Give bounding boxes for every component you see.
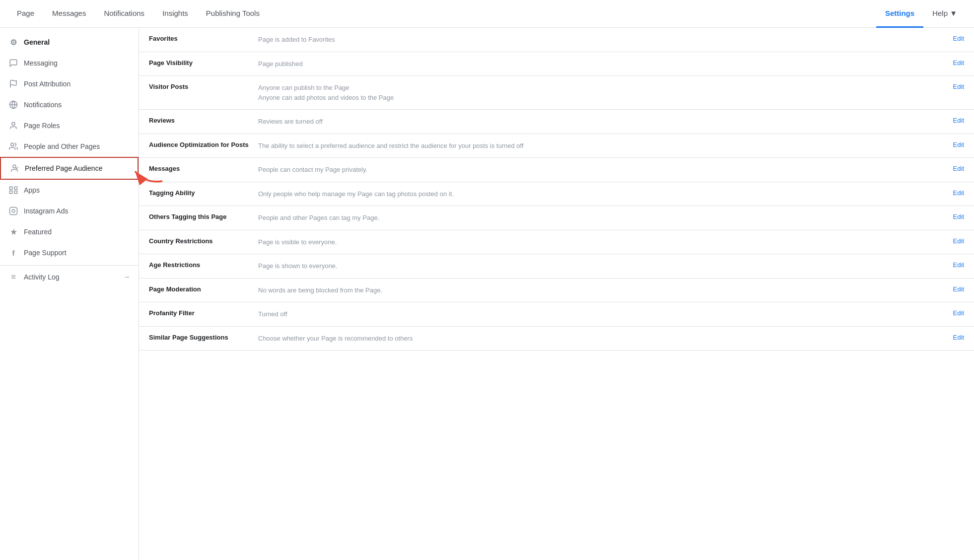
settings-row-visitor-posts: Visitor PostsAnyone can publish to the P… bbox=[139, 76, 974, 110]
settings-edit-others-tagging[interactable]: Edit bbox=[945, 213, 964, 220]
sidebar-label-instagram-ads: Instagram Ads bbox=[24, 207, 69, 215]
settings-value-messages: People can contact my Page privately. bbox=[258, 165, 945, 175]
sidebar-label-featured: Featured bbox=[24, 228, 52, 236]
sidebar-label-page-roles: Page Roles bbox=[24, 122, 60, 130]
nav-page[interactable]: Page bbox=[8, 0, 43, 28]
settings-label-favorites: Favorites bbox=[149, 35, 258, 42]
sidebar-label-page-support: Page Support bbox=[24, 249, 67, 257]
settings-value-page-visibility: Page published bbox=[258, 59, 945, 69]
gear-icon: ⚙ bbox=[8, 37, 19, 48]
settings-label-similar-page-suggestions: Similar Page Suggestions bbox=[149, 334, 258, 341]
sidebar-item-post-attribution[interactable]: Post Attribution bbox=[0, 73, 139, 94]
main-content: FavoritesPage is added to FavoritesEditP… bbox=[139, 28, 974, 560]
settings-row-audience-optimization: Audience Optimization for PostsThe abili… bbox=[139, 134, 974, 158]
settings-rows: FavoritesPage is added to FavoritesEditP… bbox=[139, 28, 974, 350]
svg-rect-8 bbox=[14, 187, 17, 189]
settings-edit-favorites[interactable]: Edit bbox=[945, 35, 964, 42]
settings-edit-profanity-filter[interactable]: Edit bbox=[945, 309, 964, 317]
sidebar-label-preferred-page-audience: Preferred Page Audience bbox=[25, 164, 102, 172]
sidebar-item-messaging[interactable]: Messaging bbox=[0, 53, 139, 73]
sidebar-label-apps: Apps bbox=[24, 186, 40, 194]
settings-label-tagging-ability: Tagging Ability bbox=[149, 189, 258, 197]
settings-value-tagging-ability: Only people who help manage my Page can … bbox=[258, 189, 945, 199]
settings-edit-audience-optimization[interactable]: Edit bbox=[945, 141, 964, 148]
sidebar-item-apps[interactable]: Apps bbox=[0, 180, 139, 201]
settings-row-favorites: FavoritesPage is added to FavoritesEdit bbox=[139, 28, 974, 52]
settings-row-profanity-filter: Profanity FilterTurned offEdit bbox=[139, 302, 974, 327]
settings-edit-page-visibility[interactable]: Edit bbox=[945, 59, 964, 67]
settings-label-messages: Messages bbox=[149, 165, 258, 172]
settings-row-tagging-ability: Tagging AbilityOnly people who help mana… bbox=[139, 182, 974, 207]
sidebar-label-activity-log: Activity Log bbox=[24, 273, 60, 281]
settings-value-favorites: Page is added to Favorites bbox=[258, 35, 945, 45]
sidebar-item-general[interactable]: ⚙ General bbox=[0, 32, 139, 53]
person-icon bbox=[8, 120, 19, 131]
settings-label-reviews: Reviews bbox=[149, 117, 258, 124]
nav-settings[interactable]: Settings bbox=[876, 0, 923, 28]
settings-row-page-visibility: Page VisibilityPage publishedEdit bbox=[139, 52, 974, 76]
settings-edit-tagging-ability[interactable]: Edit bbox=[945, 189, 964, 197]
settings-edit-visitor-posts[interactable]: Edit bbox=[945, 83, 964, 90]
sidebar-item-preferred-page-audience[interactable]: Preferred Page Audience bbox=[0, 157, 139, 180]
svg-point-3 bbox=[12, 122, 15, 125]
settings-value-reviews: Reviews are turned off bbox=[258, 117, 945, 127]
globe-icon bbox=[8, 99, 19, 110]
sidebar-item-people-other-pages[interactable]: People and Other Pages bbox=[0, 136, 139, 157]
settings-value-page-moderation: No words are being blocked from the Page… bbox=[258, 285, 945, 295]
sidebar-item-notifications[interactable]: Notifications bbox=[0, 94, 139, 115]
settings-label-page-moderation: Page Moderation bbox=[149, 285, 258, 293]
settings-row-country-restrictions: Country RestrictionsPage is visible to e… bbox=[139, 230, 974, 255]
nav-insights[interactable]: Insights bbox=[153, 0, 197, 28]
sidebar-item-page-support[interactable]: f Page Support bbox=[0, 242, 139, 263]
settings-value-age-restrictions: Page is shown to everyone. bbox=[258, 261, 945, 271]
settings-row-messages: MessagesPeople can contact my Page priva… bbox=[139, 158, 974, 182]
settings-edit-page-moderation[interactable]: Edit bbox=[945, 285, 964, 293]
settings-edit-similar-page-suggestions[interactable]: Edit bbox=[945, 334, 964, 341]
nav-publishing-tools[interactable]: Publishing Tools bbox=[197, 0, 269, 28]
svg-rect-11 bbox=[10, 208, 17, 215]
settings-edit-reviews[interactable]: Edit bbox=[945, 117, 964, 124]
flag-icon bbox=[8, 78, 19, 89]
settings-row-age-restrictions: Age RestrictionsPage is shown to everyon… bbox=[139, 254, 974, 279]
preferred-audience-icon bbox=[9, 163, 20, 174]
sidebar-item-featured[interactable]: ★ Featured bbox=[0, 221, 139, 242]
sidebar-bottom: ≡ Activity Log → bbox=[0, 265, 139, 288]
svg-rect-10 bbox=[10, 191, 12, 194]
list-icon: ≡ bbox=[8, 272, 19, 282]
settings-edit-country-restrictions[interactable]: Edit bbox=[945, 237, 964, 245]
sidebar-item-page-roles[interactable]: Page Roles bbox=[0, 115, 139, 136]
settings-label-others-tagging: Others Tagging this Page bbox=[149, 213, 258, 220]
settings-label-visitor-posts: Visitor Posts bbox=[149, 83, 258, 90]
nav-notifications[interactable]: Notifications bbox=[95, 0, 153, 28]
sidebar-label-general: General bbox=[24, 38, 50, 46]
settings-row-page-moderation: Page ModerationNo words are being blocke… bbox=[139, 279, 974, 303]
settings-value-audience-optimization: The ability to select a preferred audien… bbox=[258, 141, 945, 151]
settings-value-similar-page-suggestions: Choose whether your Page is recommended … bbox=[258, 334, 945, 344]
nav-messages[interactable]: Messages bbox=[43, 0, 95, 28]
sidebar-label-post-attribution: Post Attribution bbox=[24, 80, 70, 88]
settings-label-country-restrictions: Country Restrictions bbox=[149, 237, 258, 245]
sidebar-item-activity-log[interactable]: ≡ Activity Log → bbox=[0, 266, 139, 288]
settings-value-profanity-filter: Turned off bbox=[258, 309, 945, 319]
settings-edit-messages[interactable]: Edit bbox=[945, 165, 964, 172]
arrow-right-icon: → bbox=[123, 273, 131, 281]
svg-point-5 bbox=[13, 165, 16, 168]
settings-label-page-visibility: Page Visibility bbox=[149, 59, 258, 67]
instagram-icon bbox=[8, 206, 19, 216]
svg-rect-7 bbox=[10, 187, 12, 189]
settings-edit-age-restrictions[interactable]: Edit bbox=[945, 261, 964, 269]
svg-point-4 bbox=[11, 143, 14, 146]
main-layout: ⚙ General Messaging Post Attribution Not… bbox=[0, 28, 974, 560]
sidebar-label-people-other-pages: People and Other Pages bbox=[24, 142, 100, 150]
sidebar-label-notifications: Notifications bbox=[24, 101, 62, 109]
nav-help[interactable]: Help ▼ bbox=[923, 0, 966, 28]
settings-label-audience-optimization: Audience Optimization for Posts bbox=[149, 141, 258, 148]
settings-value-others-tagging: People and other Pages can tag my Page. bbox=[258, 213, 945, 223]
settings-row-reviews: ReviewsReviews are turned offEdit bbox=[139, 110, 974, 134]
sidebar: ⚙ General Messaging Post Attribution Not… bbox=[0, 28, 139, 560]
star-icon: ★ bbox=[8, 226, 19, 237]
sidebar-item-instagram-ads[interactable]: Instagram Ads bbox=[0, 201, 139, 221]
apps-icon bbox=[8, 185, 19, 196]
settings-value-country-restrictions: Page is visible to everyone. bbox=[258, 237, 945, 247]
svg-rect-9 bbox=[14, 191, 17, 194]
